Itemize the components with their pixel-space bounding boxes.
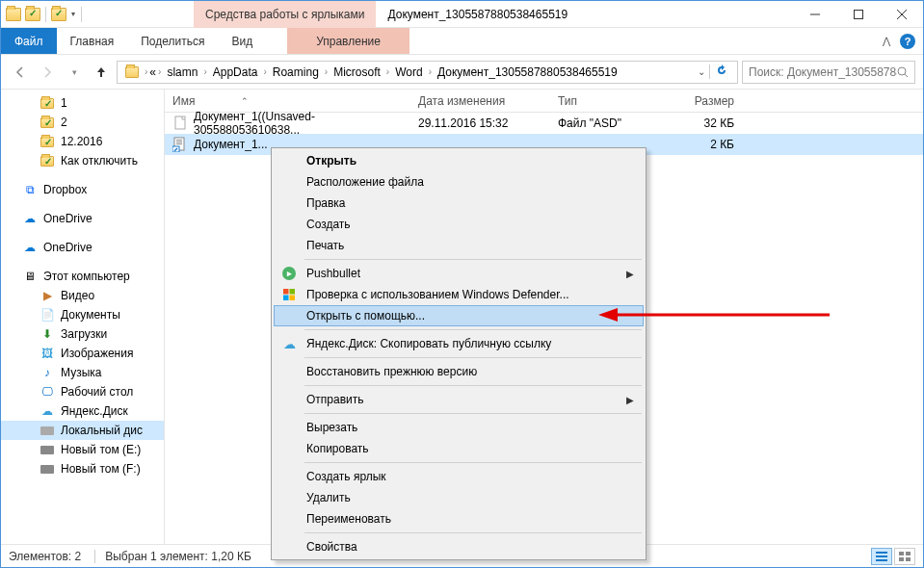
menu-item[interactable]: Свойства [274, 536, 644, 557]
sidebar-item-label: Новый том (E:) [61, 443, 141, 456]
minimize-button[interactable] [793, 1, 836, 28]
sidebar-item-onedrive[interactable]: ☁ OneDrive [1, 238, 164, 257]
maximize-button[interactable] [836, 1, 880, 28]
breadcrumb-segment[interactable]: Microsoft [330, 65, 384, 79]
tab-file[interactable]: Файл [1, 28, 57, 54]
sidebar-item-dropbox[interactable]: ⧉ Dropbox [1, 180, 164, 199]
menu-item[interactable]: Правка [274, 193, 644, 214]
titlebar: ▾ Средства работы с ярлыками Документ_13… [1, 1, 923, 28]
menu-item[interactable]: Печать [274, 235, 644, 256]
chevron-right-icon[interactable]: › [143, 66, 149, 77]
view-icons-button[interactable] [894, 548, 915, 565]
sidebar-item-music[interactable]: ♪Музыка [1, 363, 164, 382]
column-type[interactable]: Тип [550, 94, 647, 108]
breadcrumb-segment[interactable]: AppData [209, 65, 262, 79]
window-controls [793, 1, 923, 28]
sidebar-item-label: 2 [61, 116, 67, 129]
menu-item[interactable]: Удалить [274, 487, 644, 508]
tab-view[interactable]: Вид [218, 28, 266, 54]
ribbon: Файл Главная Поделиться Вид Управление ⋀… [1, 28, 923, 55]
menu-item[interactable]: Переименовать [274, 508, 644, 529]
breadcrumb-dropdown-icon[interactable]: ⌄ [694, 66, 709, 77]
folder-icon[interactable] [5, 6, 22, 23]
sidebar-item-localdisk[interactable]: Локальный дис [1, 421, 164, 440]
menu-item-label: Вырезать [306, 421, 357, 434]
menu-item[interactable]: Создать ярлык [274, 466, 644, 487]
menu-item[interactable]: Вырезать [274, 417, 644, 438]
menu-separator [304, 413, 642, 414]
breadcrumb-segment[interactable]: slamn [163, 65, 201, 79]
tab-manage[interactable]: Управление [287, 28, 409, 54]
svg-rect-6 [175, 116, 185, 129]
menu-item[interactable]: Копировать [274, 438, 644, 459]
sidebar-item-download[interactable]: ⬇Загрузки [1, 324, 164, 344]
sidebar-item-desktop[interactable]: 🖵Рабочий стол [1, 382, 164, 401]
menu-item[interactable]: Проверка с использованием Windows Defend… [274, 284, 644, 305]
search-input[interactable] [749, 65, 897, 79]
menu-item[interactable]: Открыть [274, 150, 644, 171]
chevron-right-icon[interactable]: › [427, 66, 434, 77]
svg-point-4 [898, 67, 906, 75]
tab-home[interactable]: Главная [57, 28, 128, 54]
view-details-button[interactable] [871, 548, 892, 565]
file-row[interactable]: Документ_1((Unsaved-305588053610638... 2… [165, 113, 923, 134]
sidebar-item-quick[interactable]: 1 [1, 93, 164, 113]
back-button[interactable] [9, 61, 32, 84]
recent-dropdown[interactable]: ▾ [63, 61, 86, 84]
sort-indicator-icon: ⌃ [241, 96, 249, 106]
sidebar-item-doc[interactable]: 📄Документы [1, 305, 164, 324]
up-button[interactable] [90, 61, 113, 84]
sidebar-item-quick[interactable]: 2 [1, 113, 164, 132]
breadcrumb-ellipsis[interactable]: « [149, 65, 156, 79]
ribbon-expand-icon[interactable]: ⋀ [883, 36, 890, 46]
svg-rect-21 [899, 552, 904, 555]
menu-item[interactable]: Открыть с помощью... [274, 305, 644, 326]
sidebar-item-drive[interactable]: Новый том (E:) [1, 440, 164, 459]
breadcrumb[interactable]: › « › slamn › AppData › Roaming › Micros… [117, 61, 738, 84]
pushbullet-icon: ▸ [281, 266, 297, 281]
breadcrumb-segment[interactable]: Документ_1305587880538465519 [434, 65, 621, 79]
menu-item[interactable]: ☁Яндекс.Диск: Скопировать публичную ссыл… [274, 333, 644, 354]
sidebar-item-quick[interactable]: 12.2016 [1, 132, 164, 151]
menu-item[interactable]: Отправить▶ [274, 389, 644, 410]
column-name[interactable]: Имя ⌃ [165, 94, 410, 108]
chevron-right-icon[interactable]: › [156, 66, 163, 77]
qat-dropdown-icon[interactable]: ▾ [69, 10, 77, 18]
forward-button[interactable] [36, 61, 59, 84]
sidebar-item-yadisk[interactable]: ☁Яндекс.Диск [1, 401, 164, 421]
file-date: 29.11.2016 15:32 [410, 116, 550, 130]
tab-share[interactable]: Поделиться [127, 28, 218, 54]
chevron-right-icon[interactable]: › [384, 66, 391, 77]
search-box[interactable] [742, 61, 915, 84]
menu-item[interactable]: Расположение файла [274, 171, 644, 193]
sidebar-item-drive[interactable]: Новый том (F:) [1, 459, 164, 478]
close-button[interactable] [880, 1, 923, 28]
chevron-right-icon[interactable]: › [261, 66, 268, 77]
breadcrumb-segment[interactable]: Roaming [269, 65, 323, 79]
folder-check-icon[interactable] [24, 6, 41, 23]
folder-check-icon[interactable] [50, 6, 67, 23]
sidebar-item-thispc[interactable]: 🖥 Этот компьютер [1, 267, 164, 286]
column-size[interactable]: Размер [647, 94, 743, 108]
window-title: Документ_1305587880538465519 [387, 8, 568, 21]
onedrive-icon: ☁ [22, 240, 38, 255]
chevron-right-icon[interactable]: › [201, 66, 208, 77]
help-icon[interactable]: ? [900, 34, 915, 49]
menu-item[interactable]: Создать [274, 214, 644, 235]
refresh-button[interactable] [709, 65, 733, 79]
menu-item[interactable]: ▸Pushbullet▶ [274, 263, 644, 284]
sidebar-item-label: Как отключить [61, 154, 138, 168]
music-icon: ♪ [40, 365, 55, 380]
svg-rect-12 [283, 289, 289, 295]
column-date[interactable]: Дата изменения [410, 94, 550, 108]
sidebar-item-pic[interactable]: 🖼Изображения [1, 344, 164, 363]
sidebar-item-quick[interactable]: Как отключить [1, 151, 164, 170]
svg-rect-24 [906, 557, 911, 561]
menu-item[interactable]: Восстановить прежнюю версию [274, 361, 644, 382]
chevron-right-icon[interactable]: › [323, 66, 330, 77]
breadcrumb-segment[interactable]: Word [391, 65, 426, 79]
status-item-count: Элементов: 2 [9, 550, 81, 563]
breadcrumb-root-icon[interactable] [121, 66, 143, 78]
sidebar-item-video[interactable]: ▶Видео [1, 286, 164, 305]
sidebar-item-onedrive[interactable]: ☁ OneDrive [1, 209, 164, 228]
